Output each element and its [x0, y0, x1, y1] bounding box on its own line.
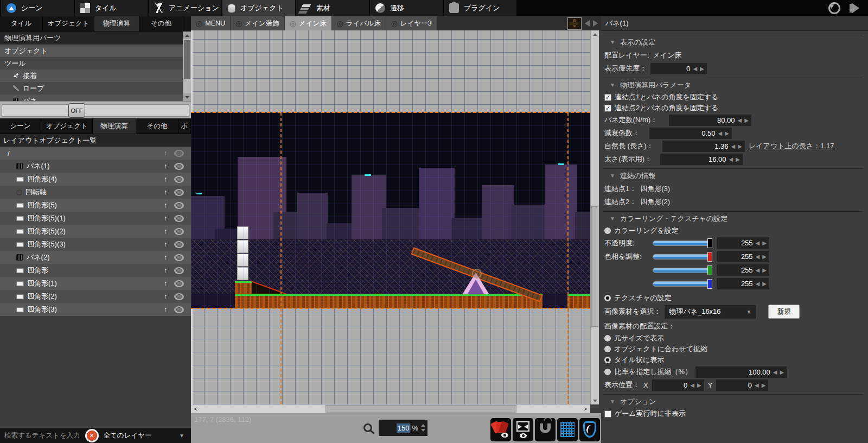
list-item[interactable]: 四角形 ↑	[0, 264, 191, 277]
layer-tab-main-deco[interactable]: ◎メイン装飾	[231, 16, 284, 30]
parts-group-tool[interactable]: ツール	[0, 57, 191, 69]
list-item-spring2[interactable]: バネ(2) ↑	[0, 251, 191, 264]
green-input[interactable]: 255 ◀ ▶	[717, 264, 769, 276]
list-item[interactable]: 四角形(2) ↑	[0, 290, 191, 303]
move-up-icon[interactable]: ↑	[162, 149, 169, 157]
scroll-up-icon[interactable]	[591, 30, 599, 38]
slider-handle[interactable]	[707, 238, 712, 248]
tab-object2[interactable]: オブジェクト	[41, 119, 93, 134]
visibility-eye-icon[interactable]	[174, 280, 184, 287]
scrollbar-thumb[interactable]	[591, 206, 598, 327]
move-up-icon[interactable]: ↑	[162, 227, 169, 235]
image-material-select[interactable]: 物理バネ_16x16 ▼	[665, 305, 756, 319]
list-item[interactable]: 四角形(5)(1) ↑	[0, 212, 191, 225]
tab-tile[interactable]: タイル	[0, 16, 43, 31]
original-size-radio[interactable]	[604, 335, 611, 341]
list-item[interactable]: 四角形(3) ↑	[0, 303, 191, 316]
spinner-up-icon[interactable]	[421, 424, 425, 427]
scroll-down-icon[interactable]	[183, 93, 191, 101]
green-slider[interactable]	[653, 268, 712, 273]
list-item[interactable]: 四角形(5)(2) ↑	[0, 225, 191, 238]
layer-tab-rival-floor[interactable]: ◎ライバル床	[332, 16, 386, 30]
scroll-right-icon[interactable]: >	[582, 404, 589, 413]
zoom-input[interactable]: 150 %	[379, 420, 427, 436]
history-forward-icon[interactable]	[593, 20, 598, 27]
move-up-icon[interactable]: ↑	[162, 162, 169, 170]
grid-toggle-icon[interactable]	[557, 418, 578, 441]
natural-length-input[interactable]: 1.36 ◀ ▶	[662, 141, 745, 152]
list-item[interactable]: 四角形(1) ↑	[0, 277, 191, 290]
increment-icon[interactable]: ▶	[736, 156, 740, 162]
move-up-icon[interactable]: ↑	[162, 267, 169, 274]
layer-tab-layer3[interactable]: ◎レイヤー3	[386, 16, 437, 30]
section-coloring[interactable]: ▼ カラーリング・テクスチャの設定	[603, 211, 863, 225]
blue-slider[interactable]	[653, 281, 712, 287]
visibility-eye-icon[interactable]	[174, 215, 184, 222]
menu-plugin[interactable]: プラグイン	[444, 0, 516, 16]
visibility-eye-icon[interactable]	[174, 163, 184, 170]
scrollbar-thumb[interactable]	[184, 40, 190, 79]
section-display[interactable]: ▼ 表示の設定	[603, 35, 863, 49]
red-slider[interactable]	[653, 254, 712, 260]
increment-icon[interactable]: ▶	[697, 382, 701, 388]
scale-ratio-input[interactable]: 100.00 ◀ ▶	[695, 366, 787, 378]
collapse-triangle-icon[interactable]: ▼	[610, 398, 615, 404]
vertical-scrollbar[interactable]	[590, 30, 599, 404]
visibility-eye-icon[interactable]	[174, 176, 184, 183]
list-item[interactable]: 四角形(4) ↑	[0, 173, 191, 186]
tab-other2[interactable]: その他	[136, 119, 178, 134]
tile-stamp-button[interactable]	[567, 17, 582, 30]
tool-glue[interactable]: 接着	[0, 69, 191, 82]
thickness-input[interactable]: 16.00 ◀ ▶	[660, 154, 743, 165]
position-x-input[interactable]: 0 ◀ ▶	[652, 379, 704, 391]
tool-spring[interactable]: バネ	[0, 94, 191, 101]
tab-physics[interactable]: 物理演算	[94, 16, 139, 31]
undo-icon[interactable]	[828, 2, 840, 14]
increment-icon[interactable]: ▶	[738, 143, 742, 149]
increment-icon[interactable]: ▶	[762, 240, 767, 246]
hide-on-run-checkbox[interactable]: ✓	[604, 410, 611, 417]
menu-material[interactable]: 素材	[296, 0, 369, 16]
layer-tab-menu[interactable]: ◎MENU	[191, 16, 230, 30]
scroll-up-icon[interactable]	[183, 31, 191, 39]
menu-tile[interactable]: タイル	[75, 0, 148, 16]
decrement-icon[interactable]: ◀	[756, 240, 760, 246]
clear-search-icon[interactable]: ✕	[87, 431, 97, 441]
menu-transition[interactable]: 遷移	[370, 0, 443, 16]
decrement-icon[interactable]: ◀	[756, 254, 760, 260]
coloring-radio[interactable]	[604, 227, 611, 234]
move-up-icon[interactable]: ↑	[162, 214, 169, 222]
priority-input[interactable]: 0 ◀ ▶	[650, 63, 707, 74]
visibility-eye-icon[interactable]	[174, 293, 184, 300]
move-up-icon[interactable]: ↑	[162, 188, 169, 196]
opacity-input[interactable]: 255 ◀ ▶	[717, 237, 769, 249]
scroll-down-icon[interactable]	[591, 397, 599, 404]
menu-animation[interactable]: アニメーション	[149, 0, 221, 16]
decrement-icon[interactable]: ◀	[729, 156, 733, 162]
move-up-icon[interactable]: ↑	[162, 201, 169, 209]
visibility-eye-icon[interactable]	[174, 241, 184, 248]
blue-input[interactable]: 255 ◀ ▶	[717, 278, 769, 289]
decrement-icon[interactable]: ◀	[756, 267, 760, 273]
scroll-left-icon[interactable]: <	[192, 404, 200, 413]
layer-filter-select[interactable]: 全てのレイヤー	[104, 431, 152, 440]
tab-physics2[interactable]: 物理演算	[93, 119, 136, 134]
visibility-eye-icon[interactable]	[174, 189, 184, 196]
fit-object-radio[interactable]	[604, 346, 611, 352]
fix-angle2-checkbox[interactable]: ✓	[604, 105, 611, 112]
list-item[interactable]: 四角形(5)(3) ↑	[0, 238, 191, 251]
opacity-slider[interactable]	[653, 241, 712, 246]
increment-icon[interactable]: ▶	[762, 382, 766, 388]
menu-object[interactable]: オブジェクト	[222, 0, 295, 16]
parts-scrollbar[interactable]	[183, 31, 191, 101]
list-item-spring1[interactable]: バネ(1) ↑	[0, 160, 191, 173]
increment-icon[interactable]: ▶	[725, 130, 729, 136]
increment-icon[interactable]: ▶	[762, 267, 767, 273]
decrement-icon[interactable]: ◀	[718, 130, 723, 136]
connection-visibility-icon[interactable]	[513, 418, 533, 441]
move-up-icon[interactable]: ↑	[162, 254, 169, 261]
off-toggle-button[interactable]: OFF	[68, 103, 85, 118]
slider-handle[interactable]	[707, 265, 712, 275]
horizontal-scrollbar[interactable]: < >	[191, 404, 590, 413]
visibility-eye-icon[interactable]	[174, 228, 184, 235]
